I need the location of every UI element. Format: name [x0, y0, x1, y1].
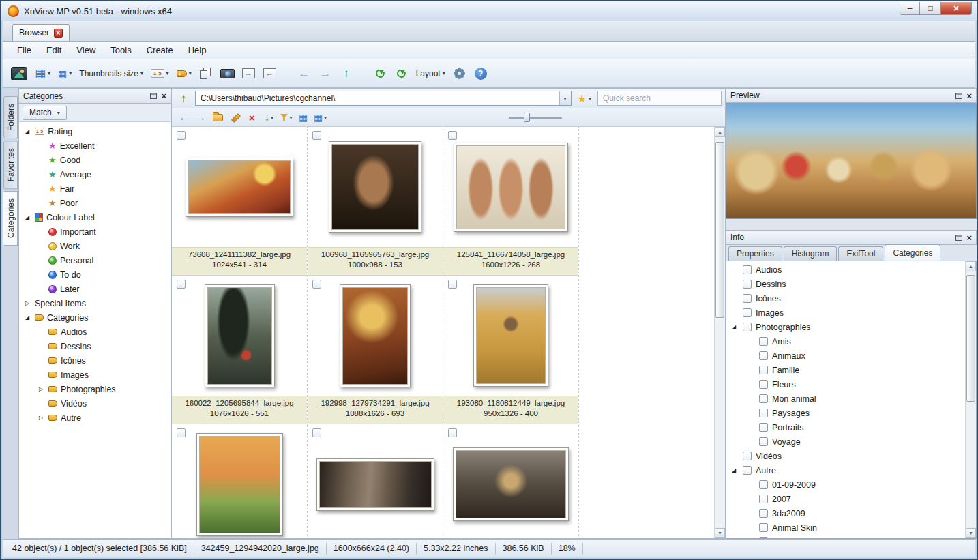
thumbnail-image[interactable]: [319, 461, 432, 508]
tab-browser[interactable]: Browser ×: [12, 24, 70, 41]
menu-edit[interactable]: Edit: [39, 43, 69, 57]
float-panel-icon[interactable]: [150, 93, 157, 99]
info-tree-item[interactable]: Voyage: [726, 434, 965, 449]
thumbnail-checkbox[interactable]: [177, 428, 186, 437]
category-tree-item[interactable]: Personal: [19, 253, 171, 267]
info-tree-item[interactable]: Paysages: [726, 406, 965, 420]
scrollbar-thumb[interactable]: [966, 275, 975, 402]
info-tree-item[interactable]: Famille: [726, 363, 965, 377]
info-tree-item[interactable]: ◢ Autre: [726, 463, 965, 477]
tab-close-icon[interactable]: ×: [54, 29, 63, 38]
thumbnail-cell[interactable]: 125841_1166714058_large.jpg 1600x1226 - …: [443, 127, 579, 276]
delete-button[interactable]: ×: [245, 110, 259, 125]
category-checkbox[interactable]: [759, 495, 768, 503]
menu-view[interactable]: View: [69, 43, 103, 57]
category-tree-item[interactable]: ★ Poor: [19, 196, 171, 210]
menu-file[interactable]: File: [10, 43, 39, 57]
info-tree-item[interactable]: ◢ Photographies: [726, 320, 965, 334]
thumbnail-scrollbar[interactable]: ▲ ▼: [714, 127, 725, 538]
info-tree-item[interactable]: Animaux: [726, 349, 965, 363]
close-panel-icon[interactable]: ×: [161, 91, 166, 100]
category-checkbox[interactable]: [759, 380, 768, 389]
category-tree-item[interactable]: ★ Fair: [19, 181, 171, 196]
thumbnail-view-button[interactable]: ▦▾: [32, 63, 53, 84]
thumbnail-image[interactable]: [342, 287, 408, 385]
thumbnail-cell[interactable]: [443, 424, 579, 538]
category-checkbox[interactable]: [759, 409, 768, 417]
capture-button[interactable]: [218, 63, 237, 84]
thumbnail-checkbox[interactable]: [448, 280, 457, 289]
info-tree-item[interactable]: Mon animal: [726, 392, 965, 406]
thumbnail-checkbox[interactable]: [448, 131, 457, 140]
history-forward-button[interactable]: →: [194, 110, 208, 125]
export-button[interactable]: [261, 63, 280, 84]
category-tree-item[interactable]: Audios: [19, 325, 171, 339]
thumbnail-cell[interactable]: 193080_1180812449_large.jpg 950x1326 - 4…: [443, 276, 579, 424]
category-checkbox[interactable]: [759, 523, 768, 532]
thumbnail-cell[interactable]: 73608_1241111382_large.jpg 1024x541 - 31…: [172, 127, 308, 276]
thumbnail-image[interactable]: [199, 436, 280, 533]
sidebar-tab-categories[interactable]: Categories: [3, 191, 18, 246]
thumbnail-frame[interactable]: [340, 284, 411, 387]
thumbnail-cell[interactable]: 106968_1165965763_large.jpg 1000x988 - 1…: [308, 127, 443, 276]
category-checkbox[interactable]: [743, 466, 752, 475]
sort-dropdown[interactable]: ↓▾: [262, 110, 276, 125]
thumbnail-cell[interactable]: 160022_1205695844_large.jpg 1076x1626 - …: [172, 276, 308, 424]
category-tree-item[interactable]: ◢ Categories: [19, 310, 171, 325]
category-tree-item[interactable]: Images: [19, 368, 171, 382]
category-checkbox[interactable]: [759, 366, 768, 374]
thumbnail-checkbox[interactable]: [312, 280, 321, 289]
expander-icon[interactable]: ▷: [37, 415, 45, 421]
category-checkbox[interactable]: [759, 509, 768, 518]
category-tree-item[interactable]: ◢ 1-5 Rating: [19, 124, 171, 138]
thumbnail-checkbox[interactable]: [312, 131, 321, 140]
copy-move-button[interactable]: [196, 63, 216, 84]
history-back-button[interactable]: ←: [177, 110, 191, 125]
category-tree-item[interactable]: ▷ Photographies: [19, 382, 171, 396]
scroll-up-icon[interactable]: ▲: [715, 127, 725, 137]
thumbnail-image[interactable]: [456, 450, 566, 518]
thumbnail-frame[interactable]: [205, 284, 275, 387]
info-tree-item[interactable]: Icônes: [726, 291, 965, 306]
info-tree-item[interactable]: 3da2009: [726, 506, 965, 520]
float-panel-icon[interactable]: [955, 93, 962, 99]
sidebar-tab-favorites[interactable]: Favorites: [3, 141, 18, 189]
tag-filter-dropdown[interactable]: ▾: [174, 63, 194, 84]
category-checkbox[interactable]: [743, 265, 752, 274]
category-checkbox[interactable]: [759, 480, 768, 489]
info-tree-item[interactable]: Art and Craft Equipment: [726, 535, 965, 538]
info-tree-item[interactable]: Images: [726, 306, 965, 320]
category-checkbox[interactable]: [759, 423, 768, 432]
category-checkbox[interactable]: [759, 351, 768, 360]
scroll-down-icon[interactable]: ▼: [715, 528, 725, 538]
info-tree-item[interactable]: Audios: [726, 263, 965, 277]
menu-tools[interactable]: Tools: [103, 43, 138, 57]
favorites-dropdown[interactable]: ★ ▾: [575, 93, 594, 104]
expander-icon[interactable]: ▷: [37, 386, 45, 392]
thumbnail-checkbox[interactable]: [312, 428, 321, 437]
parent-folder-button[interactable]: ↑: [175, 91, 192, 106]
category-tree-item[interactable]: To do: [19, 267, 171, 282]
refresh-button[interactable]: [371, 63, 390, 84]
category-checkbox[interactable]: [743, 452, 752, 460]
tab-exiftool[interactable]: ExifTool: [838, 246, 883, 261]
thumbnail-cell[interactable]: 192998_1279734291_large.jpg 1088x1626 - …: [308, 276, 443, 424]
category-checkbox[interactable]: [743, 280, 752, 289]
category-checkbox[interactable]: [759, 394, 768, 403]
category-tree-item[interactable]: ▷ Autre: [19, 411, 171, 425]
tab-properties[interactable]: Properties: [728, 246, 782, 261]
sidebar-tab-folders[interactable]: Folders: [3, 96, 18, 138]
thumbnail-frame[interactable]: [473, 284, 548, 387]
path-combobox[interactable]: C:\Users\thibaud\Pictures\cgchannel\ ▾: [195, 91, 572, 106]
rename-button[interactable]: [228, 110, 242, 125]
thumbnail-image[interactable]: [476, 287, 546, 384]
maximize-button[interactable]: □: [920, 2, 940, 15]
info-tree-item[interactable]: Portraits: [726, 420, 965, 434]
thumbnail-image[interactable]: [456, 145, 565, 229]
match-dropdown[interactable]: Match ▾: [23, 106, 67, 120]
quick-search-input[interactable]: [597, 91, 722, 106]
info-tree-item[interactable]: 01-09-2009: [726, 477, 965, 492]
category-tree-item[interactable]: Icônes: [19, 353, 171, 368]
category-checkbox[interactable]: [743, 294, 752, 303]
minimize-button[interactable]: –: [900, 2, 920, 15]
